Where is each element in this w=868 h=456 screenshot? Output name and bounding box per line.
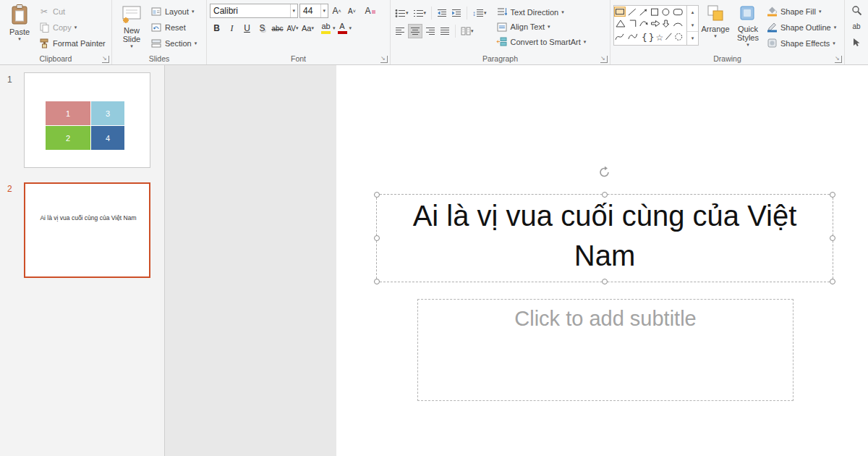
- layout-icon: [150, 6, 162, 17]
- text-shadow-button[interactable]: S: [255, 21, 269, 35]
- text-direction-button[interactable]: Text Direction ▾: [494, 5, 589, 19]
- line-spacing-button[interactable]: ↕ ▾: [471, 6, 488, 20]
- reset-icon: [150, 22, 162, 33]
- quick-styles-icon: [739, 4, 757, 22]
- cut-label: Cut: [53, 7, 65, 16]
- change-case-glyph: Aa: [302, 24, 311, 33]
- reset-label: Reset: [165, 23, 186, 32]
- justify-button[interactable]: [438, 24, 451, 38]
- slide-thumbnail-panel: 1 1 3 2 4 2 Ai là vị vua cuối cùng của V…: [0, 65, 165, 456]
- font-family-combobox[interactable]: Calibri ▾: [210, 4, 298, 18]
- section-button[interactable]: Section ▾: [148, 36, 199, 50]
- paste-clipboard-icon: [10, 4, 29, 25]
- resize-handle-bottom-center[interactable]: [602, 279, 608, 284]
- paragraph-separator: [467, 7, 467, 20]
- change-case-button[interactable]: Aa▾: [301, 21, 315, 35]
- increase-font-size-button[interactable]: A˄: [330, 4, 344, 18]
- new-slide-button[interactable]: New Slide ▾: [115, 1, 148, 54]
- character-spacing-glyph: AV: [286, 25, 296, 33]
- slides-group-label: Slides: [112, 54, 206, 64]
- underline-button[interactable]: U: [240, 21, 254, 35]
- select-arrow-icon: [852, 38, 861, 47]
- align-center-button[interactable]: [408, 24, 422, 38]
- align-text-button[interactable]: Align Text ▾: [494, 20, 589, 34]
- resize-handle-top-left[interactable]: [374, 192, 380, 198]
- ribbon: Paste ▾ ✂ Cut Copy ▾: [0, 0, 868, 65]
- columns-button[interactable]: ▾: [459, 24, 475, 38]
- font-color-button[interactable]: A: [337, 21, 348, 35]
- shape-effects-button[interactable]: Shape Effects ▾: [764, 36, 838, 50]
- resize-handle-top-right[interactable]: [830, 192, 835, 198]
- paste-button[interactable]: Paste ▾: [3, 1, 36, 54]
- shape-effects-icon: [766, 38, 778, 49]
- convert-to-smartart-button[interactable]: Convert to SmartArt ▾: [494, 35, 589, 48]
- new-slide-icon: [122, 4, 142, 24]
- arrange-button[interactable]: Arrange ▾: [699, 1, 732, 54]
- select-button[interactable]: [851, 36, 862, 48]
- text-highlight-color-button[interactable]: ab: [320, 21, 331, 35]
- font-size-combobox[interactable]: 44 ▾: [299, 4, 328, 18]
- slides-group: New Slide ▾ Layout ▾: [112, 0, 207, 64]
- slide-2-title-preview: Ai là vị vua cuối cùng của Việt Nam: [38, 214, 138, 222]
- align-left-button[interactable]: [393, 24, 407, 38]
- font-group-label: Font: [207, 54, 390, 64]
- slide-title-text[interactable]: Ai là vị vua cuối cùng của Việt Nam: [381, 196, 828, 276]
- align-center-icon: [410, 27, 420, 35]
- font-color-glyph: A: [339, 22, 344, 30]
- layout-button[interactable]: Layout ▾: [148, 4, 199, 18]
- shape-outline-button[interactable]: Shape Outline ▾: [764, 20, 838, 34]
- shapes-scroll-down-icon[interactable]: ▾: [687, 19, 698, 32]
- paragraph-dialog-launcher[interactable]: [600, 56, 608, 63]
- editing-canvas: Ai là vị vua cuối cùng của Việt Nam Clic…: [165, 65, 868, 456]
- italic-button[interactable]: I: [225, 21, 239, 35]
- font-family-caret-icon: ▾: [290, 4, 297, 17]
- rotation-handle[interactable]: [598, 166, 611, 179]
- new-slide-caret-icon: ▾: [130, 43, 133, 49]
- resize-handle-middle-left[interactable]: [374, 235, 380, 241]
- new-slide-label: New Slide: [117, 26, 146, 43]
- shapes-gallery-scrollbar[interactable]: ▴ ▾ ▾: [686, 6, 698, 45]
- quick-styles-button[interactable]: Quick Styles ▾: [732, 1, 764, 54]
- bullets-button[interactable]: ▾: [393, 6, 410, 20]
- drawing-dialog-launcher[interactable]: [835, 56, 842, 63]
- convert-to-smartart-label: Convert to SmartArt: [511, 38, 581, 46]
- font-dialog-launcher[interactable]: [380, 56, 388, 63]
- resize-handle-bottom-left[interactable]: [374, 279, 380, 284]
- resize-handle-middle-right[interactable]: [830, 235, 835, 241]
- slide-1-thumbnail[interactable]: 1 3 2 4: [24, 72, 150, 168]
- copy-button[interactable]: Copy ▾: [36, 20, 108, 34]
- replace-button[interactable]: ab: [851, 20, 862, 32]
- shapes-gallery[interactable]: { } ☆ ▴ ▾ ▾: [613, 5, 699, 46]
- title-textbox[interactable]: Ai là vị vua cuối cùng của Việt Nam: [376, 194, 833, 282]
- clear-formatting-button[interactable]: A: [363, 4, 377, 18]
- find-button[interactable]: [851, 4, 862, 16]
- character-spacing-button[interactable]: AV▾: [286, 21, 299, 35]
- decrease-font-size-button[interactable]: A˅: [345, 4, 359, 18]
- font-size-value: 44: [303, 6, 312, 16]
- shapes-scroll-up-icon[interactable]: ▴: [687, 6, 698, 19]
- increase-indent-button[interactable]: [450, 6, 463, 20]
- clipboard-dialog-launcher[interactable]: [102, 56, 109, 63]
- font-color-swatch: [338, 31, 347, 34]
- format-painter-button[interactable]: Format Painter: [36, 36, 108, 50]
- shape-fill-button[interactable]: Shape Fill ▾: [764, 4, 838, 18]
- cut-button[interactable]: ✂ Cut: [36, 4, 108, 18]
- section-label: Section: [165, 39, 192, 48]
- decrease-indent-button[interactable]: [435, 6, 448, 20]
- resize-handle-bottom-right[interactable]: [830, 279, 835, 284]
- bold-button[interactable]: B: [210, 21, 224, 35]
- grid-cell-2: 2: [46, 126, 90, 150]
- clipboard-group-label: Clipboard: [0, 54, 111, 64]
- highlight-glyph: ab: [321, 22, 330, 30]
- align-right-button[interactable]: [424, 24, 437, 38]
- slide-2-thumbnail[interactable]: Ai là vị vua cuối cùng của Việt Nam: [24, 182, 150, 278]
- shape-fill-bucket-icon: [766, 6, 778, 17]
- numbering-button[interactable]: ▾: [412, 6, 428, 20]
- subtitle-textbox[interactable]: Click to add subtitle: [417, 299, 793, 401]
- shapes-more-icon[interactable]: ▾: [687, 31, 698, 45]
- strikethrough-button[interactable]: abc: [271, 21, 284, 35]
- convert-to-smartart-icon: [496, 36, 508, 48]
- grid-cell-1: 1: [46, 101, 90, 125]
- reset-button[interactable]: Reset: [148, 20, 199, 34]
- layout-label: Layout: [165, 7, 189, 16]
